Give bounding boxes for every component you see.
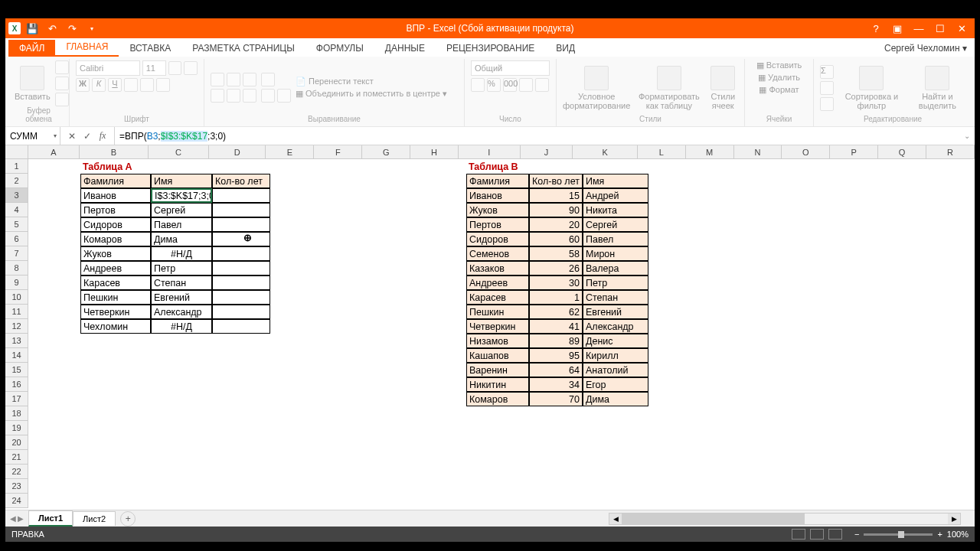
cell[interactable]: Комаров: [466, 392, 529, 406]
cell[interactable]: 1: [529, 290, 583, 305]
underline-button[interactable]: Ч: [108, 78, 122, 92]
cell[interactable]: Имя: [151, 174, 212, 188]
comma-icon[interactable]: 000: [503, 78, 517, 92]
cell[interactable]: 62: [529, 305, 583, 319]
row-header[interactable]: 19: [5, 421, 28, 435]
cell[interactable]: Петр: [151, 261, 212, 276]
merge-center-button[interactable]: ▦ Объединить и поместить в центре ▾: [296, 89, 447, 99]
row-header[interactable]: 17: [5, 392, 28, 406]
dec-decimal-icon[interactable]: [535, 78, 549, 92]
row-header[interactable]: 24: [5, 494, 28, 508]
cell[interactable]: 64: [529, 363, 583, 377]
cell[interactable]: Имя: [583, 174, 648, 188]
column-header[interactable]: I: [459, 145, 521, 158]
view-normal-icon[interactable]: [792, 529, 805, 540]
align-right-icon[interactable]: [243, 89, 256, 103]
zoom-value[interactable]: 100%: [947, 530, 969, 539]
increase-font-icon[interactable]: [168, 61, 182, 75]
row-header[interactable]: 4: [5, 203, 28, 217]
sheet-nav-prev-icon[interactable]: ◀: [10, 514, 16, 523]
row-header[interactable]: 23: [5, 479, 28, 494]
qat-redo-icon[interactable]: ↷: [64, 20, 80, 37]
cell[interactable]: Петр: [583, 276, 648, 290]
fill-color-icon[interactable]: [140, 78, 154, 92]
cell[interactable]: [212, 232, 270, 246]
row-header[interactable]: 5: [5, 217, 28, 232]
select-all-button[interactable]: [5, 145, 28, 159]
row-header[interactable]: 9: [5, 276, 28, 290]
cell[interactable]: 90: [529, 203, 583, 217]
sheet-tab-2[interactable]: Лист2: [73, 511, 116, 526]
cell[interactable]: Сидоров: [466, 232, 529, 246]
close-button[interactable]: ✕: [952, 20, 972, 37]
column-header[interactable]: C: [149, 145, 209, 158]
column-header[interactable]: K: [573, 145, 637, 158]
cell[interactable]: Чехломин: [80, 319, 151, 334]
indent-dec-icon[interactable]: [261, 89, 275, 103]
cell[interactable]: Сидоров: [80, 217, 151, 232]
row-header[interactable]: 20: [5, 435, 28, 450]
new-sheet-button[interactable]: +: [120, 511, 136, 527]
cell[interactable]: Мирон: [583, 246, 648, 261]
cell[interactable]: Дима: [151, 232, 212, 246]
sheet-nav-next-icon[interactable]: ▶: [18, 514, 24, 523]
cell[interactable]: Андреев: [80, 261, 151, 276]
cell[interactable]: Александр: [583, 319, 648, 334]
format-painter-icon[interactable]: [55, 93, 69, 106]
ribbon-options-icon[interactable]: ▣: [887, 20, 907, 37]
tab-insert[interactable]: ВСТАВКА: [119, 40, 181, 57]
cell[interactable]: Пертов: [466, 217, 529, 232]
cell[interactable]: Кол-во лет: [212, 174, 270, 188]
tab-review[interactable]: РЕЦЕНЗИРОВАНИЕ: [436, 40, 545, 57]
cell[interactable]: I$3:$K$17;3;0: [151, 188, 212, 203]
row-header[interactable]: 18: [5, 406, 28, 421]
cell[interactable]: Иванов: [80, 188, 151, 203]
number-format-combo[interactable]: Общий: [471, 60, 550, 76]
zoom-out-icon[interactable]: −: [854, 530, 859, 539]
fill-icon[interactable]: [820, 81, 834, 95]
cancel-formula-icon[interactable]: ✕: [65, 129, 79, 143]
cell[interactable]: Жуков: [466, 203, 529, 217]
column-header[interactable]: B: [80, 145, 149, 158]
font-color-icon[interactable]: [156, 78, 170, 92]
currency-icon[interactable]: [471, 78, 485, 92]
row-header[interactable]: 13: [5, 334, 28, 348]
cell[interactable]: 20: [529, 217, 583, 232]
row-header[interactable]: 16: [5, 377, 28, 392]
row-header[interactable]: 22: [5, 465, 28, 479]
row-header[interactable]: 14: [5, 348, 28, 363]
row-header[interactable]: 21: [5, 450, 28, 465]
cell[interactable]: Таблица B: [466, 159, 529, 174]
view-page-layout-icon[interactable]: [810, 529, 824, 540]
cell[interactable]: Павел: [583, 232, 648, 246]
horizontal-scrollbar[interactable]: ◀ ▶: [609, 513, 961, 525]
name-box[interactable]: СУММ: [5, 127, 60, 145]
confirm-formula-icon[interactable]: ✓: [80, 129, 94, 143]
cell[interactable]: Низамов: [466, 334, 529, 348]
cell[interactable]: 60: [529, 232, 583, 246]
cell[interactable]: Анатолий: [583, 363, 648, 377]
row-header[interactable]: 3: [5, 188, 28, 203]
cell[interactable]: Денис: [583, 334, 648, 348]
qat-undo-icon[interactable]: ↶: [44, 20, 60, 37]
cells-delete-button[interactable]: ▦ Удалить: [758, 73, 800, 83]
column-header[interactable]: P: [830, 145, 878, 158]
column-header[interactable]: D: [209, 145, 266, 158]
cell[interactable]: Валера: [583, 261, 648, 276]
cell[interactable]: 26: [529, 261, 583, 276]
cell[interactable]: 95: [529, 348, 583, 363]
cell[interactable]: [212, 290, 270, 305]
cell[interactable]: [212, 217, 270, 232]
cell[interactable]: 89: [529, 334, 583, 348]
spreadsheet-grid[interactable]: ABCDEFGHIJKLMNOPQR 123456789101112131415…: [5, 145, 975, 510]
formula-input[interactable]: =ВПР(B3;$I$3:$K$17;3;0): [115, 127, 959, 145]
borders-icon[interactable]: [124, 78, 138, 92]
help-icon[interactable]: ?: [866, 20, 886, 37]
zoom-slider[interactable]: [864, 533, 933, 536]
align-mid-icon[interactable]: [227, 73, 240, 86]
cell[interactable]: [212, 246, 270, 261]
cell[interactable]: [212, 261, 270, 276]
cut-icon[interactable]: [55, 60, 69, 74]
cells-insert-button[interactable]: ▦ Вставить: [756, 60, 802, 70]
qat-save-icon[interactable]: 💾: [24, 20, 41, 37]
